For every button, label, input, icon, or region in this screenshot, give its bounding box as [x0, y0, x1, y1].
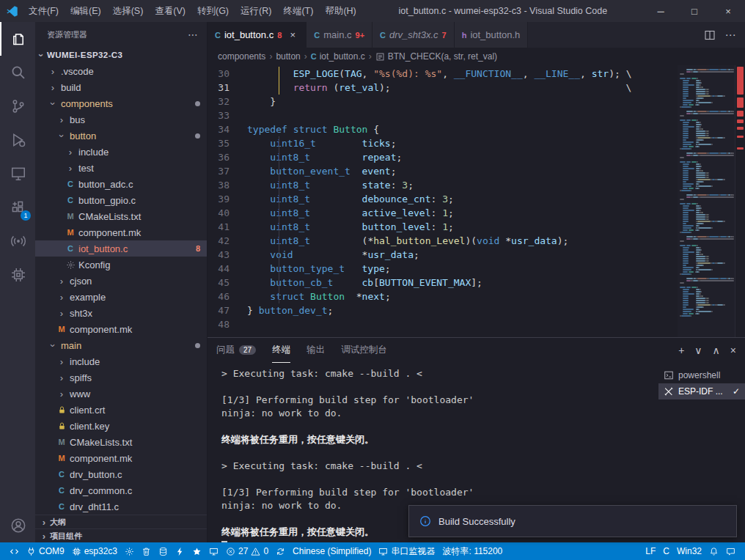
status-serial-monitor[interactable]: 串口监视器: [375, 542, 438, 560]
menu-item[interactable]: 运行(R): [235, 0, 277, 22]
status-feedback[interactable]: [722, 542, 739, 560]
tree-item-build[interactable]: ›build: [35, 79, 207, 95]
new-terminal-icon[interactable]: +: [678, 345, 684, 356]
breadcrumb-item[interactable]: Ciot_button.c: [311, 51, 365, 62]
code-line-48[interactable]: 48: [208, 317, 678, 331]
code-line-33[interactable]: 33: [208, 108, 678, 122]
code-line-32[interactable]: 32 }: [208, 95, 678, 108]
maximize-panel-icon[interactable]: ∧: [713, 345, 720, 356]
tree-item-www[interactable]: ›www: [35, 386, 207, 402]
status-language[interactable]: C: [659, 542, 673, 560]
terminal-instance-powershell[interactable]: powershell: [658, 367, 745, 383]
status-notifications-bell[interactable]: [705, 542, 722, 560]
activity-espressif-explorer[interactable]: [0, 224, 35, 258]
tree-item-button_adc.c[interactable]: Cbutton_adc.c: [35, 176, 207, 192]
close-tab-icon[interactable]: ×: [287, 29, 298, 40]
status-eol[interactable]: LF: [642, 542, 659, 560]
tree-item-cjson[interactable]: ›cjson: [35, 273, 207, 289]
status-menuconfig[interactable]: [121, 542, 138, 560]
tree-item-main[interactable]: ›main: [35, 337, 207, 353]
status-sync[interactable]: [272, 542, 289, 560]
tree-item-component.mk[interactable]: Mcomponent.mk: [35, 321, 207, 337]
terminal-instance-ESP-IDF ...[interactable]: ESP-IDF ...✓: [658, 383, 745, 399]
activity-esp-idf[interactable]: [0, 258, 35, 292]
tree-item-Kconfig[interactable]: Kconfig: [35, 257, 207, 273]
tree-item-spiffs[interactable]: ›spiffs: [35, 369, 207, 386]
tab-iot_button.h[interactable]: hiot_button.h: [455, 22, 529, 48]
tree-item-client.crt[interactable]: client.crt: [35, 402, 207, 418]
activity-remote-explorer[interactable]: [0, 157, 35, 191]
status-serial-port[interactable]: COM9: [23, 542, 68, 560]
panel-tab-输出[interactable]: 输出: [307, 338, 325, 363]
tree-root[interactable]: ›WUMEI-ESP32-C3: [35, 47, 207, 63]
code-line-34[interactable]: 34typedef struct Button {: [208, 122, 678, 136]
code-editor[interactable]: 30 ESP_LOGE(TAG, "%s(%d): %s", __FUNCTIO…: [208, 65, 745, 337]
activity-explorer[interactable]: [0, 22, 35, 56]
tree-item-button_gpio.c[interactable]: Cbutton_gpio.c: [35, 192, 207, 208]
section-项目组件[interactable]: ›项目组件: [35, 528, 207, 542]
close-panel-icon[interactable]: ×: [730, 345, 736, 356]
breadcrumb-item[interactable]: BTN_CHECK(a, str, ret_val): [375, 51, 497, 62]
activity-source-control[interactable]: [0, 89, 35, 123]
tree-item-drv_button.c[interactable]: Cdrv_button.c: [35, 466, 207, 482]
terminal-picker-chevron-icon[interactable]: ∨: [694, 345, 702, 356]
menu-item[interactable]: 转到(G): [191, 0, 235, 22]
panel-tab-问题[interactable]: 问题27: [216, 338, 256, 363]
tree-item-drv_dht11.c[interactable]: Cdrv_dht11.c: [35, 498, 207, 515]
panel-tab-终端[interactable]: 终端: [272, 338, 290, 363]
tree-item-CMakeLists.txt[interactable]: MCMakeLists.txt: [35, 208, 207, 224]
status-device-target[interactable]: esp32c3: [68, 542, 121, 560]
activity-accounts[interactable]: [0, 509, 35, 542]
tree-item-client.key[interactable]: client.key: [35, 418, 207, 434]
status-baud-rate[interactable]: 波特率: 115200: [438, 542, 506, 560]
status-problems[interactable]: 270: [222, 542, 272, 560]
status-flash[interactable]: [172, 542, 188, 560]
minimap[interactable]: [678, 65, 735, 337]
notification-toast[interactable]: Build Successfully: [408, 505, 737, 537]
tree-item-CMakeLists.txt[interactable]: MCMakeLists.txt: [35, 434, 207, 450]
menu-item[interactable]: 文件(F): [23, 0, 65, 22]
tree-item-sht3x[interactable]: ›sht3x: [35, 305, 207, 321]
menu-item[interactable]: 终端(T): [277, 0, 319, 22]
status-platform[interactable]: Win32: [673, 542, 705, 560]
tree-item-component.mk[interactable]: Mcomponent.mk: [35, 450, 207, 466]
more-actions-icon[interactable]: ⋯: [724, 29, 736, 41]
menu-item[interactable]: 选择(S): [107, 0, 150, 22]
tree-item-include[interactable]: ›include: [35, 144, 207, 160]
tree-item-button[interactable]: ›button: [35, 128, 207, 144]
tree-item-bus[interactable]: ›bus: [35, 111, 207, 128]
tab-drv_sht3x.c[interactable]: Cdrv_sht3x.c7: [372, 22, 455, 48]
code-line-47[interactable]: 47} button_dev_t;: [208, 303, 678, 317]
tree-item-.vscode[interactable]: ›.vscode: [35, 63, 207, 79]
tree-item-components[interactable]: ›components: [35, 95, 207, 111]
menu-item[interactable]: 帮助(H): [319, 0, 362, 22]
breadcrumb-item[interactable]: button: [276, 51, 300, 62]
menu-item[interactable]: 查看(V): [149, 0, 191, 22]
minimize-icon[interactable]: ─: [644, 0, 678, 22]
status-build[interactable]: [155, 542, 172, 560]
split-editor-icon[interactable]: [704, 29, 716, 41]
status-monitor[interactable]: [205, 542, 222, 560]
tree-item-test[interactable]: ›test: [35, 160, 207, 176]
tree-item-example[interactable]: ›example: [35, 289, 207, 305]
status-language-mode[interactable]: Chinese (Simplified): [289, 542, 375, 560]
status-remote[interactable]: [6, 542, 23, 560]
close-icon[interactable]: ×: [711, 0, 745, 22]
tree-item-iot_button.c[interactable]: Ciot_button.c8: [35, 240, 207, 257]
tab-iot_button.c[interactable]: Ciot_button.c8×: [208, 22, 307, 48]
tree-item-drv_common.c[interactable]: Cdrv_common.c: [35, 482, 207, 498]
status-build-flash-monitor[interactable]: [188, 542, 205, 560]
tab-main.c[interactable]: Cmain.c9+: [307, 22, 372, 48]
tree-item-include[interactable]: ›include: [35, 353, 207, 369]
maximize-icon[interactable]: □: [678, 0, 711, 22]
more-actions-icon[interactable]: ⋯: [188, 29, 198, 40]
activity-extensions[interactable]: 1: [0, 191, 35, 224]
activity-search[interactable]: [0, 56, 35, 89]
activity-run-and-debug[interactable]: [0, 123, 35, 157]
menu-item[interactable]: 编辑(E): [65, 0, 107, 22]
status-full-clean[interactable]: [138, 542, 155, 560]
breadcrumb-item[interactable]: components: [218, 51, 265, 62]
section-大纲[interactable]: ›大纲: [35, 515, 207, 528]
panel-tab-调试控制台[interactable]: 调试控制台: [341, 338, 387, 363]
tree-item-component.mk[interactable]: Mcomponent.mk: [35, 224, 207, 240]
